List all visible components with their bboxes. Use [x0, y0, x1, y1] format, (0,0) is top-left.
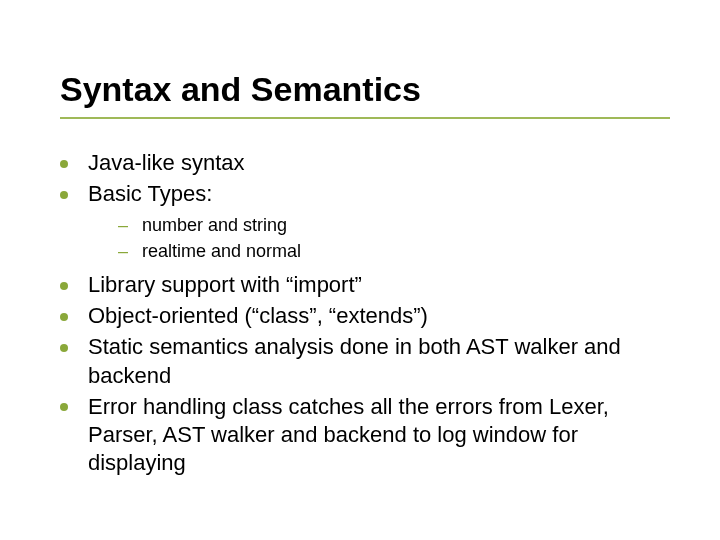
list-item-text: Basic Types: [88, 181, 212, 206]
sub-bullet-list: number and string realtime and normal [118, 214, 670, 263]
list-item: Java-like syntax [54, 149, 670, 177]
sub-list-item: number and string [118, 214, 670, 237]
bullet-list: Java-like syntax Basic Types: [54, 149, 670, 208]
list-item-text: Java-like syntax [88, 150, 245, 175]
list-item-text: Object-oriented (“class”, “extends”) [88, 303, 428, 328]
title-underline [60, 117, 670, 119]
list-item: Error handling class catches all the err… [54, 393, 670, 477]
list-item: Static semantics analysis done in both A… [54, 333, 670, 389]
list-item-text: Library support with “import” [88, 272, 362, 297]
sub-list-item-text: realtime and normal [142, 241, 301, 261]
list-item-text: Static semantics analysis done in both A… [88, 334, 621, 387]
list-item: Object-oriented (“class”, “extends”) [54, 302, 670, 330]
list-item-text: Error handling class catches all the err… [88, 394, 609, 475]
list-item: Basic Types: [54, 180, 670, 208]
sub-list-item-text: number and string [142, 215, 287, 235]
list-item: Library support with “import” [54, 271, 670, 299]
sub-list-item: realtime and normal [118, 240, 670, 263]
slide-title: Syntax and Semantics [60, 70, 670, 109]
bullet-list-continued: Library support with “import” Object-ori… [54, 271, 670, 477]
slide: Syntax and Semantics Java-like syntax Ba… [0, 0, 720, 540]
